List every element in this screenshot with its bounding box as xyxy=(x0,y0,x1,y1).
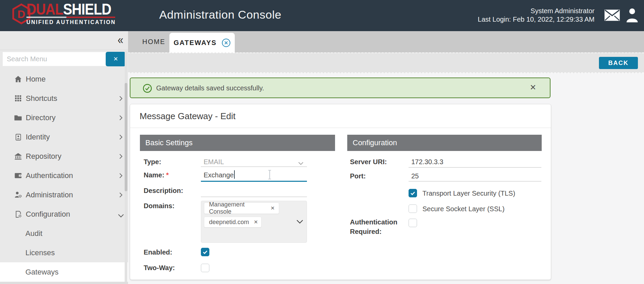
dualshield-logo: D DUALSHIELD UNIFIED AUTHENTICATION xyxy=(12,1,116,25)
domains-chevron-icon[interactable] xyxy=(296,219,303,225)
logo-letter: D xyxy=(17,8,25,20)
identity-icon xyxy=(14,132,23,141)
tab-home[interactable]: HOME xyxy=(138,31,169,52)
tls-checkbox[interactable] xyxy=(409,189,417,197)
basic-settings-header: Basic Settings xyxy=(140,135,335,151)
tls-label: Transport Layer Security (TLS) xyxy=(422,188,515,198)
main-content: HOME GATEWAYS BACK Gateway details saved… xyxy=(128,31,644,284)
sidebar-item-label: Directory xyxy=(26,113,56,122)
brand-tagline: UNIFIED AUTHENTICATION xyxy=(26,19,116,25)
tab-close-icon[interactable] xyxy=(222,38,231,47)
sidebar-item-shortcuts[interactable]: Shortcuts xyxy=(0,89,128,108)
sidebar-item-label: Authentication xyxy=(26,171,73,180)
sidebar-item-label: Shortcuts xyxy=(26,94,57,103)
user-name: System Administrator xyxy=(478,7,595,15)
sidebar-item-label: Home xyxy=(26,75,46,84)
type-label: Type: xyxy=(144,157,161,167)
server-uri-label: Server URI: xyxy=(350,157,387,167)
chevron-down-icon xyxy=(118,213,124,219)
name-focus-underline xyxy=(201,181,307,182)
sidebar-scrollbar-thumb[interactable] xyxy=(125,83,127,191)
top-header: D DUALSHIELD UNIFIED AUTHENTICATION Admi… xyxy=(0,0,644,31)
user-info: System Administrator Last Login: Feb 10,… xyxy=(478,7,595,24)
domains-multiselect[interactable]: Management Console deepnetid.com xyxy=(201,201,307,243)
dualshield-admin-console: D DUALSHIELD UNIFIED AUTHENTICATION Admi… xyxy=(0,0,644,284)
administration-icon xyxy=(14,190,23,199)
configuration-icon xyxy=(14,210,23,219)
auth-required-label-line1: Authentication xyxy=(350,217,397,227)
sidebar-item-authentication[interactable]: Authentication xyxy=(0,166,128,185)
sidebar-item-label: Identity xyxy=(26,133,50,141)
mail-icon[interactable] xyxy=(604,9,620,21)
success-message: Gateway details saved successfully. xyxy=(156,84,264,92)
last-login: Last Login: Feb 10, 2022, 12:29:33 AM xyxy=(478,15,595,24)
type-select[interactable]: EMAIL xyxy=(204,157,224,167)
sidebar-bottom-edge xyxy=(0,282,128,284)
divider xyxy=(0,50,128,50)
sidebar-menu: Home Shortcuts Directory xyxy=(0,69,128,282)
domain-tag: Management Console xyxy=(204,202,279,214)
chevron-right-icon xyxy=(119,154,123,160)
directory-icon xyxy=(14,113,23,122)
sidebar: Home Shortcuts Directory xyxy=(0,31,128,284)
port-label: Port: xyxy=(350,171,366,181)
description-label: Description: xyxy=(144,185,183,196)
brand-wordmark: DUALSHIELD xyxy=(26,1,112,18)
configuration-header: Configuration xyxy=(347,135,542,151)
sidebar-collapse-icon[interactable] xyxy=(118,34,123,46)
twoway-checkbox[interactable] xyxy=(201,264,209,272)
twoway-label: Two-Way: xyxy=(144,263,175,273)
required-asterisk: * xyxy=(166,171,169,179)
sidebar-item-gateways[interactable]: Gateways xyxy=(0,262,128,282)
tab-gateways[interactable]: GATEWAYS xyxy=(169,33,235,52)
sidebar-item-home[interactable]: Home xyxy=(0,69,128,89)
back-button[interactable]: BACK xyxy=(599,57,638,69)
remove-tag-icon[interactable] xyxy=(270,205,275,211)
chevron-right-icon xyxy=(119,115,123,122)
port-input[interactable]: 25 xyxy=(411,171,419,181)
sidebar-item-configuration[interactable]: Configuration xyxy=(0,204,128,224)
server-uri-input[interactable]: 172.30.3.3 xyxy=(411,157,443,167)
sidebar-item-label: Configuration xyxy=(26,210,70,219)
name-input[interactable]: Exchange xyxy=(204,170,235,180)
repository-icon xyxy=(14,152,23,161)
auth-required-checkbox[interactable] xyxy=(409,219,417,227)
page-title: Administration Console xyxy=(159,8,282,21)
sidebar-item-directory[interactable]: Directory xyxy=(0,108,128,127)
name-label: Name:* xyxy=(144,170,169,180)
chevron-right-icon xyxy=(119,173,123,180)
sidebar-item-repository[interactable]: Repository xyxy=(0,147,128,166)
search-input[interactable] xyxy=(3,52,106,66)
search-clear-button[interactable] xyxy=(106,52,126,66)
sidebar-item-administration[interactable]: Administration xyxy=(0,185,128,204)
remove-tag-icon[interactable] xyxy=(254,219,258,225)
shortcuts-icon xyxy=(14,94,23,103)
enabled-label: Enabled: xyxy=(144,247,172,257)
sidebar-item-licenses[interactable]: Licenses xyxy=(0,243,128,262)
gateway-edit-card: Message Gateway - Edit Basic Settings Co… xyxy=(130,104,551,280)
ssl-checkbox[interactable] xyxy=(409,204,417,213)
banner-close-icon[interactable] xyxy=(530,83,536,92)
sidebar-item-label: Administration xyxy=(26,191,73,199)
select-chevron-icon[interactable] xyxy=(298,160,304,167)
user-icon[interactable] xyxy=(626,8,639,22)
sidebar-item-identity[interactable]: Identity xyxy=(0,127,128,147)
domains-label: Domains: xyxy=(144,201,174,211)
success-banner: Gateway details saved successfully. xyxy=(130,78,550,98)
chevron-right-icon xyxy=(119,96,123,103)
sidebar-item-label: Repository xyxy=(26,152,61,161)
success-check-icon xyxy=(143,84,152,93)
chevron-right-icon xyxy=(119,192,123,199)
chevron-right-icon xyxy=(119,134,123,141)
ibeam-cursor xyxy=(267,170,272,181)
divider xyxy=(130,128,551,128)
authentication-icon xyxy=(14,171,23,180)
home-icon xyxy=(14,74,23,84)
ssl-label: Secure Socket Layer (SSL) xyxy=(422,204,504,214)
sidebar-item-audit[interactable]: Audit xyxy=(0,224,128,243)
text-caret xyxy=(234,170,235,179)
enabled-checkbox[interactable] xyxy=(201,248,209,256)
toolbar: BACK xyxy=(128,52,644,73)
form-title: Message Gateway - Edit xyxy=(140,111,235,122)
domain-tag: deepnetid.com xyxy=(204,217,262,227)
